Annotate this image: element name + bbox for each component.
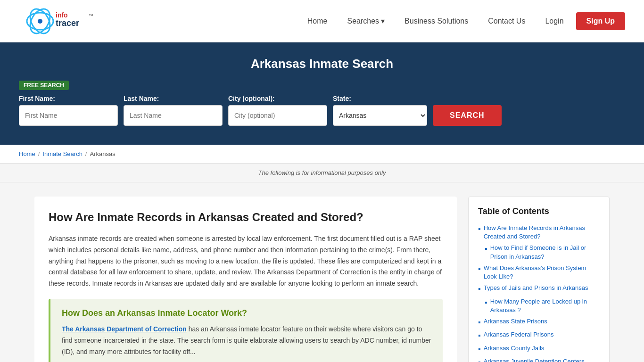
article-sub-paragraph: The Arkansas Department of Correction ha… xyxy=(62,324,431,357)
toc-link-3[interactable]: What Does Arkansas's Prison System Look … xyxy=(484,264,600,281)
svg-point-3 xyxy=(38,19,42,24)
search-form-container: FREE SEARCH First Name: Last Name: City … xyxy=(19,81,625,126)
breadcrumb: Home / Inmate Search / Arkansas xyxy=(19,150,625,157)
toc-bullet-2: ▪ xyxy=(485,244,487,254)
breadcrumb-home[interactable]: Home xyxy=(19,150,35,157)
article-main-paragraph: Arkansas inmate records are created when… xyxy=(49,233,443,289)
nav-contact[interactable]: Contact Us xyxy=(480,13,533,29)
article: How Are Inmate Records in Arkansas Creat… xyxy=(34,197,457,362)
info-banner: The following is for informational purpo… xyxy=(0,164,644,182)
toc-bullet-1: ▪ xyxy=(478,224,481,234)
sidebar: Table of Contents ▪ How Are Inmate Recor… xyxy=(468,197,610,362)
main-nav: Home Searches ▾ Business Solutions Conta… xyxy=(300,12,625,30)
toc-bullet-9: ▪ xyxy=(478,357,481,362)
last-name-input[interactable] xyxy=(124,105,223,126)
first-name-group: First Name: xyxy=(19,95,118,126)
toc-link-8[interactable]: Arkansas County Jails xyxy=(484,344,545,353)
toc-item-3: ▪ What Does Arkansas's Prison System Loo… xyxy=(478,264,600,281)
last-name-group: Last Name: xyxy=(124,95,223,126)
toc-title: Table of Contents xyxy=(478,206,600,216)
toc-item-4: ▪ Types of Jails and Prisons in Arkansas xyxy=(478,284,600,294)
nav-searches[interactable]: Searches ▾ xyxy=(339,13,392,29)
toc-link-2[interactable]: How to Find if Someone is in Jail or Pri… xyxy=(490,244,600,261)
toc-link-9[interactable]: Arkansas Juvenile Detention Centers xyxy=(484,357,585,362)
site-header: info tracer ™ Home Searches ▾ Business S… xyxy=(0,0,644,42)
breadcrumb-inmate-search[interactable]: Inmate Search xyxy=(42,150,83,157)
toc-link-7[interactable]: Arkansas Federal Prisons xyxy=(484,330,554,339)
breadcrumb-sep-2: / xyxy=(85,150,87,157)
hero-title: Arkansas Inmate Search xyxy=(19,57,625,71)
state-label: State: xyxy=(333,95,427,102)
article-sub-heading: How Does an Arkansas Inmate Locator Work… xyxy=(62,308,431,318)
city-group: City (optional): xyxy=(228,95,327,126)
toc-item-9: ▪ Arkansas Juvenile Detention Centers xyxy=(478,357,600,362)
city-label: City (optional): xyxy=(228,95,327,102)
nav-login[interactable]: Login xyxy=(537,13,571,29)
logo[interactable]: info tracer ™ xyxy=(19,7,113,35)
state-group: State: Arkansas Alabama Alaska Arizona C… xyxy=(333,95,427,126)
first-name-input[interactable] xyxy=(19,105,118,126)
toc-list: ▪ How Are Inmate Records in Arkansas Cre… xyxy=(478,224,600,362)
city-input[interactable] xyxy=(228,105,327,126)
toc-item-8: ▪ Arkansas County Jails xyxy=(478,344,600,354)
toc-item-7: ▪ Arkansas Federal Prisons xyxy=(478,330,600,341)
article-main-heading: How Are Inmate Records in Arkansas Creat… xyxy=(49,211,443,224)
svg-text:tracer: tracer xyxy=(56,18,79,28)
toc-box: Table of Contents ▪ How Are Inmate Recor… xyxy=(468,197,610,362)
toc-bullet-8: ▪ xyxy=(478,344,481,354)
toc-bullet-6: ▪ xyxy=(478,317,481,328)
toc-bullet-5: ▪ xyxy=(485,297,487,308)
toc-bullet-3: ▪ xyxy=(478,264,481,274)
chevron-down-icon: ▾ xyxy=(381,16,385,25)
breadcrumb-sep-1: / xyxy=(38,150,40,157)
toc-item-5: ▪ How Many People are Locked up in Arkan… xyxy=(485,297,600,314)
toc-item-1: ▪ How Are Inmate Records in Arkansas Cre… xyxy=(478,224,600,241)
toc-link-4[interactable]: Types of Jails and Prisons in Arkansas xyxy=(484,284,588,292)
toc-bullet-7: ▪ xyxy=(478,330,481,341)
breadcrumb-bar: Home / Inmate Search / Arkansas xyxy=(0,145,644,164)
state-select[interactable]: Arkansas Alabama Alaska Arizona Californ… xyxy=(333,105,427,126)
toc-item-2: ▪ How to Find if Someone is in Jail or P… xyxy=(485,244,600,261)
svg-text:™: ™ xyxy=(89,13,93,18)
search-button[interactable]: SEARCH xyxy=(433,105,502,126)
toc-item-6: ▪ Arkansas State Prisons xyxy=(478,317,600,328)
toc-link-5[interactable]: How Many People are Locked up in Arkansa… xyxy=(490,297,600,314)
toc-link-1[interactable]: How Are Inmate Records in Arkansas Creat… xyxy=(484,224,600,241)
nav-business[interactable]: Business Solutions xyxy=(397,13,476,29)
first-name-label: First Name: xyxy=(19,95,118,102)
toc-bullet-4: ▪ xyxy=(478,284,481,294)
toc-link-6[interactable]: Arkansas State Prisons xyxy=(484,317,547,326)
free-badge: FREE SEARCH xyxy=(19,81,69,90)
breadcrumb-current: Arkansas xyxy=(90,150,115,157)
nav-home[interactable]: Home xyxy=(300,13,335,29)
main-content: How Are Inmate Records in Arkansas Creat… xyxy=(16,182,628,362)
article-sub-section: How Does an Arkansas Inmate Locator Work… xyxy=(49,299,443,362)
article-sub-link[interactable]: The Arkansas Department of Correction xyxy=(62,325,187,333)
nav-signup-button[interactable]: Sign Up xyxy=(576,12,625,30)
svg-text:info: info xyxy=(56,11,68,19)
hero-section: Arkansas Inmate Search FREE SEARCH First… xyxy=(0,42,644,145)
last-name-label: Last Name: xyxy=(124,95,223,102)
search-form: First Name: Last Name: City (optional): … xyxy=(19,95,625,126)
